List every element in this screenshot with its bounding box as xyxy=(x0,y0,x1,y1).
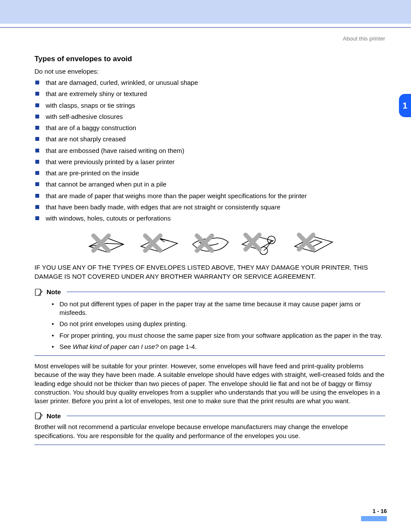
envelope-window-icon xyxy=(290,227,337,257)
note-body-2: Brother will not recommend a particular … xyxy=(34,423,385,440)
warning-text: IF YOU USE ANY OF THE TYPES OF ENVELOPES… xyxy=(34,263,385,281)
note-block-1: Note Do not put different types of paper… xyxy=(34,288,385,356)
list-item: with clasps, snaps or tie strings xyxy=(34,101,385,110)
top-band xyxy=(0,0,411,24)
list-item: with self-adhesive closures xyxy=(34,112,385,121)
envelope-baggy-icon xyxy=(186,227,234,257)
list-item: For proper printing, you must choose the… xyxy=(52,331,385,340)
list-item: that are damaged, curled, wrinkled, or u… xyxy=(34,78,385,87)
list-item: that are extremely shiny or textured xyxy=(34,90,385,98)
list-item: See What kind of paper can I use? on pag… xyxy=(52,342,385,351)
list-item: Do not print envelopes using duplex prin… xyxy=(52,320,385,328)
svg-rect-12 xyxy=(35,289,40,296)
list-item: that are not sharply creased xyxy=(34,135,385,143)
envelope-clasp-icon xyxy=(238,227,285,257)
note-end-rule xyxy=(34,355,385,356)
note-rule xyxy=(67,416,385,416)
envelope-flap-icon xyxy=(134,227,182,257)
note-list-1: Do not put different types of paper in t… xyxy=(34,300,385,351)
footer-accent xyxy=(361,516,387,521)
avoid-list: that are damaged, curled, wrinkled, or u… xyxy=(34,78,385,223)
svg-rect-13 xyxy=(35,413,40,419)
envelope-figures xyxy=(34,227,385,257)
list-item: that are embossed (have raised writing o… xyxy=(34,146,385,155)
list-item: that cannot be arranged when put in a pi… xyxy=(34,180,385,189)
note-end-rule xyxy=(34,445,385,445)
page-number: 1 - 16 xyxy=(361,508,387,514)
body-paragraph: Most envelopes will be suitable for your… xyxy=(34,362,385,405)
list-item: that were previously printed by a laser … xyxy=(34,158,385,166)
envelope-damaged-icon xyxy=(83,227,130,257)
note-icon xyxy=(34,288,43,296)
list-item: Do not put different types of paper in t… xyxy=(52,300,385,317)
note-rule xyxy=(67,292,385,292)
page-footer: 1 - 16 xyxy=(0,507,411,526)
section-title: Types of envelopes to avoid xyxy=(34,55,385,63)
page-content: Types of envelopes to avoid Do not use e… xyxy=(0,42,411,455)
note-label: Note xyxy=(47,412,61,420)
note-label: Note xyxy=(47,288,61,296)
list-item: that are of a baggy construction xyxy=(34,124,385,132)
note-icon xyxy=(34,411,43,420)
list-item: that have been badly made, with edges th… xyxy=(34,203,385,212)
intro-text: Do not use envelopes: xyxy=(34,68,385,75)
section-header: About this printer xyxy=(0,28,411,42)
list-item: that are made of paper that weighs more … xyxy=(34,192,385,200)
list-item: that are pre-printed on the inside xyxy=(34,169,385,177)
list-item: with windows, holes, cutouts or perforat… xyxy=(34,214,385,223)
note-block-2: Note Brother will not recommend a partic… xyxy=(34,411,385,445)
